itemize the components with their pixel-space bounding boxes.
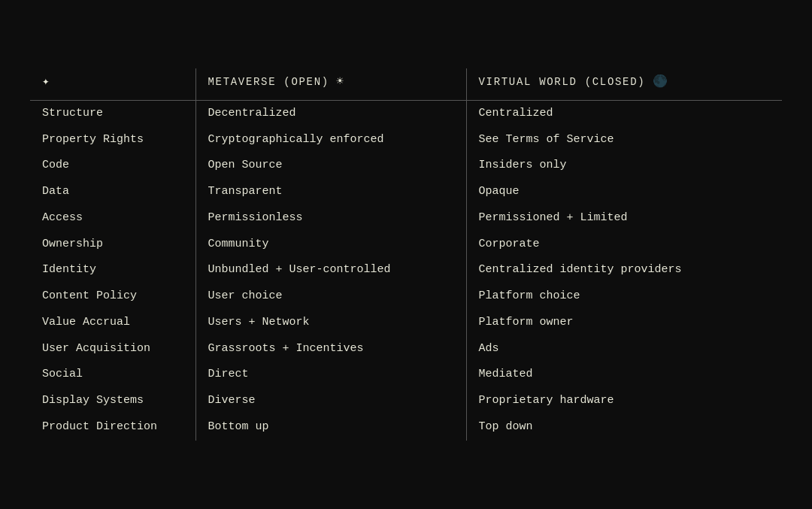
virtual-cell: Platform owner	[466, 310, 782, 336]
table-row: Display SystemsDiverseProprietary hardwa…	[30, 388, 782, 414]
metaverse-cell: Unbundled + User-controlled	[195, 257, 466, 283]
category-cell: Structure	[30, 100, 195, 126]
category-cell: Display Systems	[30, 388, 195, 414]
metaverse-cell: Community	[195, 232, 466, 258]
category-cell: Code	[30, 153, 195, 179]
category-cell: Data	[30, 179, 195, 205]
comparison-table: ✦ METAVERSE (OPEN) ☀ VIRTUAL WORLD (CLOS…	[30, 68, 782, 440]
metaverse-cell: Permissionless	[195, 205, 466, 232]
metaverse-cell: Open Source	[195, 153, 466, 179]
table-row: StructureDecentralizedCentralized	[30, 100, 782, 126]
category-cell: User Acquisition	[30, 336, 195, 362]
category-cell: Access	[30, 205, 195, 232]
virtual-cell: Corporate	[466, 232, 782, 258]
header-col1: ✦	[30, 68, 195, 100]
table-row: IdentityUnbundled + User-controlledCentr…	[30, 257, 782, 283]
virtual-cell: Platform choice	[466, 283, 782, 310]
metaverse-cell: Decentralized	[195, 100, 466, 126]
table-row: CodeOpen SourceInsiders only	[30, 153, 782, 179]
virtual-cell: Permissioned + Limited	[466, 205, 782, 232]
metaverse-cell: Bottom up	[195, 414, 466, 441]
sun-icon: ☀	[336, 75, 344, 89]
main-container: ✦ METAVERSE (OPEN) ☀ VIRTUAL WORLD (CLOS…	[30, 53, 782, 455]
header-col2: METAVERSE (OPEN) ☀	[195, 68, 466, 100]
virtual-cell: Proprietary hardware	[466, 388, 782, 414]
metaverse-cell: Grassroots + Incentives	[195, 336, 466, 362]
metaverse-cell: Direct	[195, 362, 466, 388]
table-row: SocialDirectMediated	[30, 362, 782, 388]
category-cell: Property Rights	[30, 127, 195, 153]
table-row: AccessPermissionlessPermissioned + Limit…	[30, 205, 782, 232]
category-cell: Product Direction	[30, 414, 195, 441]
category-cell: Ownership	[30, 232, 195, 258]
virtual-cell: Opaque	[466, 179, 782, 205]
table-row: OwnershipCommunityCorporate	[30, 232, 782, 258]
category-cell: Identity	[30, 257, 195, 283]
metaverse-title: METAVERSE (OPEN)	[208, 76, 329, 88]
virtual-cell: See Terms of Service	[466, 127, 782, 153]
virtual-cell: Centralized	[466, 100, 782, 126]
sparkle-icon: ✦	[42, 75, 50, 89]
category-cell: Social	[30, 362, 195, 388]
metaverse-cell: Transparent	[195, 179, 466, 205]
virtual-cell: Ads	[466, 336, 782, 362]
header-col3: VIRTUAL WORLD (CLOSED) 🌑	[466, 68, 782, 100]
table-row: Property RightsCryptographically enforce…	[30, 127, 782, 153]
virtual-cell: Insiders only	[466, 153, 782, 179]
table-row: DataTransparentOpaque	[30, 179, 782, 205]
table-row: User AcquisitionGrassroots + IncentivesA…	[30, 336, 782, 362]
category-cell: Content Policy	[30, 283, 195, 310]
virtual-cell: Top down	[466, 414, 782, 441]
virtual-world-title: VIRTUAL WORLD (CLOSED)	[479, 76, 646, 88]
moon-icon: 🌑	[653, 75, 668, 89]
metaverse-cell: User choice	[195, 283, 466, 310]
metaverse-cell: Users + Network	[195, 310, 466, 336]
virtual-cell: Centralized identity providers	[466, 257, 782, 283]
metaverse-cell: Diverse	[195, 388, 466, 414]
table-row: Value AccrualUsers + NetworkPlatform own…	[30, 310, 782, 336]
table-row: Content PolicyUser choicePlatform choice	[30, 283, 782, 310]
header-row: ✦ METAVERSE (OPEN) ☀ VIRTUAL WORLD (CLOS…	[30, 68, 782, 100]
category-cell: Value Accrual	[30, 310, 195, 336]
table-row: Product DirectionBottom upTop down	[30, 414, 782, 441]
metaverse-cell: Cryptographically enforced	[195, 127, 466, 153]
virtual-cell: Mediated	[466, 362, 782, 388]
table-body: StructureDecentralizedCentralizedPropert…	[30, 100, 782, 440]
